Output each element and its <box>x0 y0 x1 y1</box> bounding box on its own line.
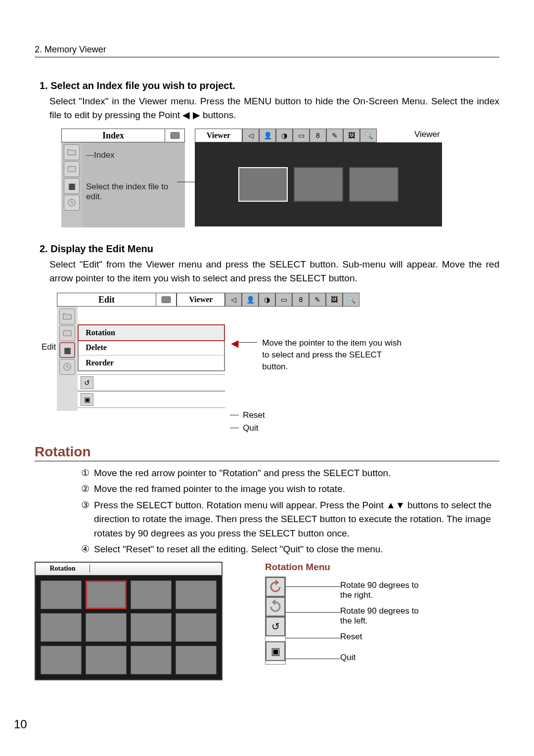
page-number: 10 <box>14 717 27 731</box>
step2-title: 2. Display the Edit Menu <box>40 243 499 255</box>
rotation-thumb <box>131 580 172 609</box>
rotation-thumb <box>86 646 127 674</box>
fig1-viewer-caption: Viewer <box>414 130 440 139</box>
reset-icon: ↺ <box>266 617 285 636</box>
rotation-thumb <box>41 580 82 609</box>
fig2-main-caption: Move the pointer to the item you wish to… <box>262 337 405 372</box>
submenu-delete: Delete <box>79 340 224 356</box>
submenu-reorder: Reorder <box>79 356 224 370</box>
rotation-thumb <box>131 646 172 674</box>
fig2-menu-title: Edit <box>57 293 155 306</box>
svg-rect-4 <box>162 297 171 303</box>
rotation-thumb <box>86 613 127 642</box>
step-num-1: ① <box>81 466 94 481</box>
toolbar-screen-icon: ▭ <box>275 293 292 307</box>
rotation-thumb <box>41 613 82 642</box>
memory-card-icon <box>165 129 184 142</box>
fig1-filmstrip <box>195 142 442 226</box>
svg-rect-5 <box>63 331 71 336</box>
rotation-step-1: Move the red arrow pointer to "Rotation"… <box>94 466 499 481</box>
red-arrow-icon: ◀ <box>231 337 238 349</box>
toolbar-image-icon: 🖼 <box>326 293 343 307</box>
card-small-icon <box>64 161 80 177</box>
folder-icon <box>64 144 80 160</box>
rotate-left-label: Rotate 90 degrees to the left. <box>340 606 429 626</box>
toolbar-image-icon: 🖼 <box>343 129 360 142</box>
toolbar-user-icon: 👤 <box>242 293 259 307</box>
folder-icon <box>59 309 75 324</box>
step2-desc: Select "Edit" from the Viewer menu and p… <box>49 258 499 285</box>
toolbar-user-icon: 👤 <box>259 129 276 142</box>
fig1-viewer-label: Viewer <box>195 129 242 142</box>
toolbar-pencil-icon: ✎ <box>309 293 326 307</box>
toolbar-contrast-icon: ◑ <box>276 129 293 142</box>
thumb <box>294 167 343 202</box>
thumb <box>238 167 288 202</box>
toolbar-search-icon: 🔍 <box>343 293 359 307</box>
rotation-step-2: Move the red framed pointer to the image… <box>94 482 499 496</box>
toolbar-pencil-icon: ✎ <box>326 129 343 142</box>
fig1-index-label: Index <box>94 150 115 160</box>
clock-icon <box>64 195 80 211</box>
fig1-menu-title: Index <box>62 129 165 142</box>
reset-icon: ↺ <box>81 376 93 389</box>
rotate-right-label: Rotate 90 degrees to the right. <box>340 580 429 600</box>
toolbar-screen-icon: ▭ <box>293 129 310 142</box>
pointer-line-icon <box>177 177 207 187</box>
toolbar-search-icon: 🔍 <box>360 129 377 142</box>
rotation-step-3: Press the SELECT button. Rotation menu w… <box>94 498 499 541</box>
svg-rect-0 <box>171 133 179 138</box>
svg-rect-1 <box>68 167 76 172</box>
card-small-icon <box>59 325 75 341</box>
step-num-3: ③ <box>81 498 94 541</box>
memory-card-icon <box>156 293 177 306</box>
clock-icon <box>59 359 75 375</box>
toolbar-contrast-icon: ◑ <box>259 293 275 307</box>
fig2-edit-menu: Edit Viewer ▦ <box>57 293 225 433</box>
rotation-quit-label: Quit <box>340 653 356 663</box>
quit-icon: ▣ <box>266 641 285 661</box>
edit-tool-icon: ▦ <box>64 178 80 194</box>
edit-tool-icon: ▦ <box>59 342 75 358</box>
fig1-index-menu: Index ▦ <box>61 129 185 227</box>
rotation-thumbnail-grid: Rotation <box>35 562 222 680</box>
fig2-reset-label: Reset <box>243 410 265 420</box>
thumb <box>349 167 399 202</box>
page-header: 2. Memory Viewer <box>35 44 499 57</box>
rotation-reset-label: Reset <box>340 632 362 642</box>
rotation-thumb-selected <box>86 580 127 609</box>
fig2-viewer-label: Viewer <box>177 293 224 306</box>
toolbar-back-icon: ◁ <box>242 129 259 142</box>
rotation-thumb <box>41 646 82 674</box>
fig1-select-label: Select the index file to edit. <box>86 182 181 202</box>
rotation-heading: Rotation <box>35 444 499 461</box>
rotation-fig-title: Rotation <box>36 565 90 573</box>
fig2-quit-label: Quit <box>243 423 258 433</box>
rotation-thumb <box>176 613 217 642</box>
toolbar-back-icon: ◁ <box>225 293 242 307</box>
toolbar-number-icon: 8 <box>310 129 326 142</box>
step-num-4: ④ <box>81 542 94 557</box>
rotate-right-icon <box>266 577 285 597</box>
step1-desc: Select "Index" in the Viewer menu. Press… <box>49 94 499 122</box>
rotation-menu-title: Rotation Menu <box>265 562 429 573</box>
rotation-thumb <box>176 580 217 609</box>
fig2-toolbar: ◁ 👤 ◑ ▭ 8 ✎ 🖼 🔍 <box>225 293 405 307</box>
rotate-left-icon <box>266 597 285 617</box>
submenu-rotation: Rotation <box>78 324 225 341</box>
fig2-edit-label: Edit <box>42 342 56 433</box>
rotation-thumb <box>176 646 217 674</box>
fig1-toolbar: ◁ 👤 ◑ ▭ 8 ✎ 🖼 🔍 <box>242 129 377 142</box>
rotation-thumb <box>131 613 172 642</box>
rotation-step-4: Select "Reset" to reset all the editing.… <box>94 542 499 557</box>
quit-icon: ▣ <box>81 393 93 406</box>
step1-title: 1. Select an Index file you wish to proj… <box>40 80 499 91</box>
step-num-2: ② <box>81 482 94 496</box>
toolbar-number-icon: 8 <box>292 293 309 307</box>
